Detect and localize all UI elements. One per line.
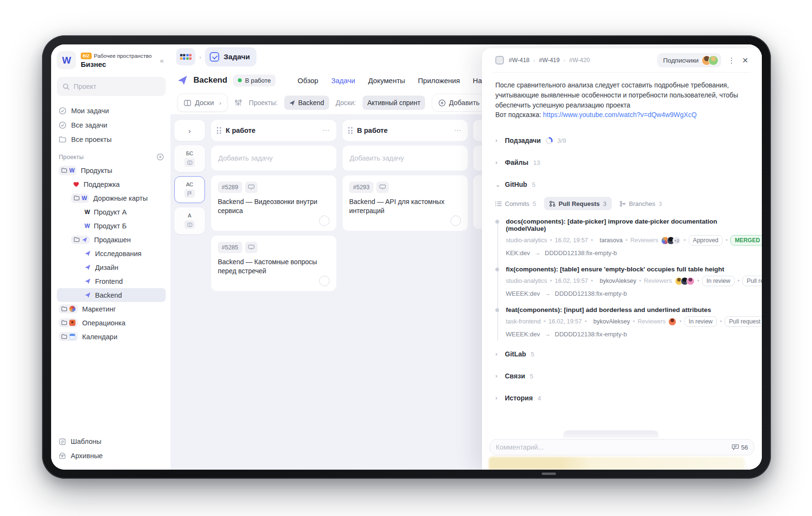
add-task-field[interactable]: Добавить задачу	[342, 146, 468, 171]
tab-overview[interactable]: Обзор	[298, 76, 318, 85]
subscribers-label: Подписчики	[663, 57, 698, 64]
column-header[interactable]: К работе ⋯	[211, 120, 336, 141]
dot-separator: •	[550, 237, 552, 244]
tree-item-operations[interactable]: Операционка	[57, 316, 166, 330]
tree-item-design[interactable]: Дизайн	[57, 260, 166, 274]
task-card[interactable]: #5293 Backend — API для кастомных интегр…	[342, 175, 468, 231]
tab-tasks[interactable]: Задачи	[331, 76, 355, 85]
filter-boards-chip[interactable]: Активный спринт	[363, 96, 425, 110]
task-description: После сравнительного анализа следует сос…	[495, 80, 748, 110]
section-gitlab[interactable]: › GitLab 5	[495, 350, 748, 358]
tab-label: Commits	[505, 200, 529, 207]
dot-separator: •	[679, 318, 681, 325]
page-pill-tasks[interactable]: Задачи	[205, 47, 256, 66]
assignee-placeholder-icon[interactable]	[319, 276, 330, 286]
pr-author[interactable]: bykovAleksey	[599, 278, 636, 284]
task-card[interactable]: #5285 Backend — Кастомные вопросы перед …	[211, 236, 336, 291]
tree-item-product-b[interactable]: W Продукт Б	[57, 219, 166, 233]
tree-item-support[interactable]: Поддержка	[57, 177, 166, 191]
filters-icon[interactable]	[235, 99, 242, 107]
pr-author[interactable]: bykovAleksey	[593, 318, 630, 325]
column-menu-icon[interactable]: ⋯	[454, 126, 462, 135]
add-filter-button[interactable]: Добавить	[432, 94, 486, 112]
tablet-frame: W BIZ Рабочее пространство Бизнес «	[42, 35, 771, 479]
folder-chip	[59, 332, 78, 341]
comment-bar[interactable]: 56	[490, 439, 754, 455]
tree-item-marketing[interactable]: Маркетинг	[57, 302, 166, 316]
tree-item-product-a[interactable]: W Продукт А	[57, 205, 166, 219]
comment-counter[interactable]: 56	[732, 444, 748, 451]
boards-selector[interactable]: Доски ›	[177, 94, 228, 112]
search-input[interactable]	[74, 83, 160, 90]
tab-commits[interactable]: Commits 5	[495, 200, 536, 207]
breadcrumb-task[interactable]: #W-418	[509, 57, 530, 64]
pull-request-row[interactable]: feat(components): [input] add borderless…	[506, 306, 748, 338]
apps-grid-button[interactable]	[176, 48, 195, 65]
task-status-icon[interactable]	[495, 56, 504, 64]
section-relations[interactable]: › Связи 5	[495, 372, 748, 380]
assignee-placeholder-icon[interactable]	[319, 215, 330, 226]
sidebar-item-templates[interactable]: Шаблоны	[57, 434, 166, 449]
tree-item-products[interactable]: W Продукты	[57, 163, 166, 177]
tab-apps[interactable]: Приложения	[418, 76, 460, 85]
comment-indicator-icon	[245, 242, 257, 253]
section-github[interactable]: ⌄ GitHub 5	[495, 181, 748, 188]
chevron-right-icon: ›	[189, 127, 191, 135]
tree-item-calendars[interactable]: Календари	[57, 330, 166, 344]
pull-request-row[interactable]: fix(components): [table] ensure 'empty-b…	[506, 266, 748, 297]
tree-item-label: Frontend	[95, 278, 123, 285]
sidebar-item-all-projects[interactable]: Все проекты	[57, 132, 166, 147]
workspace-header[interactable]: W BIZ Рабочее пространство Бизнес «	[57, 51, 166, 69]
rail-board-bs[interactable]: БС	[174, 145, 205, 172]
tree-item-research[interactable]: Исследования	[57, 247, 166, 260]
youtube-link[interactable]: https://www.youtube.com/watch?v=dQw4w9Wg…	[543, 111, 697, 118]
column-header[interactable]: В работе ⋯	[342, 120, 468, 141]
project-status-badge[interactable]: В работе	[233, 75, 276, 86]
filter-projects-chip[interactable]: Backend	[284, 96, 329, 110]
rail-expand-button[interactable]: ›	[174, 120, 205, 141]
pr-author[interactable]: tarasova	[599, 237, 622, 244]
pinned-comment-blur	[489, 457, 745, 470]
kanban-column-todo: К работе ⋯ Добавить задачу #5289 Backend…	[211, 120, 336, 470]
subscribers-button[interactable]: Подписчики	[657, 53, 721, 67]
calendar-icon	[69, 333, 75, 340]
close-icon[interactable]: ✕	[742, 56, 748, 65]
tab-branches[interactable]: Branches 3	[620, 200, 662, 207]
pull-request-row[interactable]: docs(components): [date-picker] improve …	[506, 218, 748, 257]
heart-icon	[73, 182, 79, 187]
pr-title[interactable]: feat(components): [input] add borderless…	[506, 306, 748, 313]
filter-projects-value: Backend	[298, 99, 324, 107]
breadcrumb-task[interactable]: #W-420	[569, 57, 590, 64]
breadcrumb-task[interactable]: #W-419	[539, 57, 560, 64]
project-search[interactable]	[57, 77, 166, 96]
sidebar-item-archived[interactable]: Архивные	[57, 449, 166, 463]
tab-pull-requests[interactable]: Pull Requests 3	[544, 197, 612, 210]
pr-title[interactable]: docs(components): [date-picker] improve …	[506, 218, 748, 232]
tab-documents[interactable]: Документы	[368, 76, 405, 85]
task-card[interactable]: #5289 Backend — Видеозвонки внутри серви…	[211, 175, 336, 231]
comment-input[interactable]	[496, 443, 728, 451]
add-task-field[interactable]: Добавить задачу	[211, 146, 336, 171]
tree-item-backend[interactable]: Backend	[57, 288, 166, 302]
sidebar-item-my-tasks[interactable]: Мои задачи	[57, 104, 166, 118]
column-menu-icon[interactable]: ⋯	[322, 126, 331, 135]
tree-item-frontend[interactable]: Frontend	[57, 274, 166, 288]
section-files[interactable]: › Файлы 13	[495, 159, 748, 166]
rail-board-as-selected[interactable]: АС	[174, 176, 205, 203]
sidebar-collapse-icon[interactable]: «	[158, 55, 166, 65]
w-project-icon: W	[85, 209, 89, 215]
section-subtasks[interactable]: › Подзадачи 3/9	[495, 137, 748, 144]
tree-item-roadmaps[interactable]: W Дорожные карты	[57, 191, 166, 205]
pr-title[interactable]: fix(components): [table] ensure 'empty-b…	[506, 266, 748, 273]
kebab-menu-icon[interactable]: ⋮	[728, 56, 736, 65]
add-task-placeholder: Добавить задачу	[218, 154, 273, 162]
section-history[interactable]: › История 4	[495, 394, 748, 402]
add-project-icon[interactable]	[157, 153, 164, 161]
drag-handle-icon[interactable]	[348, 127, 353, 134]
drag-handle-icon[interactable]	[217, 127, 221, 134]
rail-board-a[interactable]: А	[174, 207, 205, 234]
sidebar-item-all-tasks[interactable]: Все задачи	[57, 118, 166, 132]
tree-item-production[interactable]: Продакшен	[57, 233, 166, 247]
w-project-icon: W	[85, 223, 89, 229]
assignee-placeholder-icon[interactable]	[450, 215, 461, 226]
